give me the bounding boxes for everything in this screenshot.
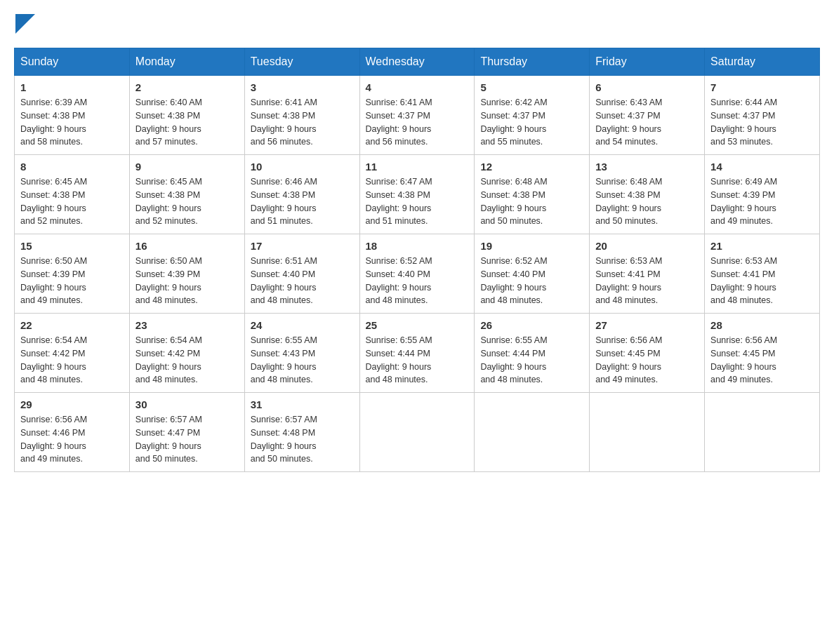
day-info: Sunrise: 6:57 AMSunset: 4:48 PMDaylight:… — [251, 413, 354, 466]
day-number: 14 — [710, 161, 814, 173]
calendar-cell: 9 Sunrise: 6:45 AMSunset: 4:38 PMDayligh… — [129, 155, 244, 234]
day-number: 7 — [710, 81, 814, 93]
day-info: Sunrise: 6:51 AMSunset: 4:40 PMDaylight:… — [251, 255, 354, 307]
calendar-week-2: 8 Sunrise: 6:45 AMSunset: 4:38 PMDayligh… — [15, 155, 820, 234]
calendar-cell: 7 Sunrise: 6:44 AMSunset: 4:37 PMDayligh… — [705, 76, 820, 155]
logo-text — [14, 14, 35, 36]
calendar-week-4: 22 Sunrise: 6:54 AMSunset: 4:42 PMDaylig… — [15, 314, 820, 393]
calendar-cell: 27 Sunrise: 6:56 AMSunset: 4:45 PMDaylig… — [590, 314, 705, 393]
calendar-cell: 18 Sunrise: 6:52 AMSunset: 4:40 PMDaylig… — [359, 234, 475, 314]
calendar-cell: 22 Sunrise: 6:54 AMSunset: 4:42 PMDaylig… — [15, 314, 130, 393]
calendar-week-1: 1 Sunrise: 6:39 AMSunset: 4:38 PMDayligh… — [15, 76, 820, 155]
logo — [14, 14, 35, 34]
day-info: Sunrise: 6:41 AMSunset: 4:37 PMDaylight:… — [366, 96, 469, 149]
weekday-sunday: Sunday — [15, 48, 130, 76]
calendar-cell: 4 Sunrise: 6:41 AMSunset: 4:37 PMDayligh… — [359, 76, 475, 155]
day-info: Sunrise: 6:53 AMSunset: 4:41 PMDaylight:… — [595, 255, 699, 307]
day-info: Sunrise: 6:56 AMSunset: 4:45 PMDaylight:… — [595, 334, 699, 387]
calendar-header: SundayMondayTuesdayWednesdayThursdayFrid… — [15, 48, 820, 76]
day-number: 8 — [20, 161, 124, 173]
day-number: 10 — [251, 161, 354, 173]
day-info: Sunrise: 6:50 AMSunset: 4:39 PMDaylight:… — [135, 255, 239, 307]
calendar-week-5: 29 Sunrise: 6:56 AMSunset: 4:46 PMDaylig… — [15, 393, 820, 472]
logo-triangle-icon — [15, 14, 35, 34]
weekday-thursday: Thursday — [475, 48, 590, 76]
day-number: 23 — [135, 319, 239, 331]
weekday-friday: Friday — [590, 48, 705, 76]
calendar-cell: 15 Sunrise: 6:50 AMSunset: 4:39 PMDaylig… — [15, 234, 130, 314]
calendar-cell: 6 Sunrise: 6:43 AMSunset: 4:37 PMDayligh… — [590, 76, 705, 155]
day-info: Sunrise: 6:42 AMSunset: 4:37 PMDaylight:… — [480, 96, 583, 149]
day-info: Sunrise: 6:39 AMSunset: 4:38 PMDaylight:… — [20, 96, 124, 149]
day-info: Sunrise: 6:45 AMSunset: 4:38 PMDaylight:… — [135, 175, 239, 228]
calendar-cell: 24 Sunrise: 6:55 AMSunset: 4:43 PMDaylig… — [244, 314, 359, 393]
day-number: 31 — [251, 398, 354, 410]
day-info: Sunrise: 6:44 AMSunset: 4:37 PMDaylight:… — [710, 96, 814, 149]
day-info: Sunrise: 6:56 AMSunset: 4:45 PMDaylight:… — [710, 334, 814, 387]
day-number: 17 — [251, 240, 354, 252]
calendar-table: SundayMondayTuesdayWednesdayThursdayFrid… — [14, 48, 820, 472]
calendar-cell: 14 Sunrise: 6:49 AMSunset: 4:39 PMDaylig… — [705, 155, 820, 234]
calendar-cell — [475, 393, 590, 472]
day-number: 11 — [366, 161, 469, 173]
day-number: 28 — [710, 319, 814, 331]
calendar-cell: 31 Sunrise: 6:57 AMSunset: 4:48 PMDaylig… — [244, 393, 359, 472]
calendar-cell: 19 Sunrise: 6:52 AMSunset: 4:40 PMDaylig… — [475, 234, 590, 314]
calendar-cell: 12 Sunrise: 6:48 AMSunset: 4:38 PMDaylig… — [475, 155, 590, 234]
calendar-cell — [359, 393, 475, 472]
calendar-cell: 16 Sunrise: 6:50 AMSunset: 4:39 PMDaylig… — [129, 234, 244, 314]
calendar-cell: 23 Sunrise: 6:54 AMSunset: 4:42 PMDaylig… — [129, 314, 244, 393]
day-info: Sunrise: 6:55 AMSunset: 4:44 PMDaylight:… — [480, 334, 583, 387]
calendar-cell: 28 Sunrise: 6:56 AMSunset: 4:45 PMDaylig… — [705, 314, 820, 393]
weekday-tuesday: Tuesday — [244, 48, 359, 76]
day-info: Sunrise: 6:47 AMSunset: 4:38 PMDaylight:… — [366, 175, 469, 228]
calendar-week-3: 15 Sunrise: 6:50 AMSunset: 4:39 PMDaylig… — [15, 234, 820, 314]
day-number: 4 — [366, 81, 469, 93]
day-number: 21 — [710, 240, 814, 252]
day-info: Sunrise: 6:48 AMSunset: 4:38 PMDaylight:… — [595, 175, 699, 228]
day-info: Sunrise: 6:57 AMSunset: 4:47 PMDaylight:… — [135, 413, 239, 466]
calendar-cell: 25 Sunrise: 6:55 AMSunset: 4:44 PMDaylig… — [359, 314, 475, 393]
weekday-wednesday: Wednesday — [359, 48, 475, 76]
day-number: 18 — [366, 240, 469, 252]
calendar-cell — [590, 393, 705, 472]
calendar-cell: 30 Sunrise: 6:57 AMSunset: 4:47 PMDaylig… — [129, 393, 244, 472]
day-info: Sunrise: 6:55 AMSunset: 4:44 PMDaylight:… — [366, 334, 469, 387]
day-number: 9 — [135, 161, 239, 173]
day-info: Sunrise: 6:45 AMSunset: 4:38 PMDaylight:… — [20, 175, 124, 228]
day-number: 26 — [480, 319, 583, 331]
day-info: Sunrise: 6:54 AMSunset: 4:42 PMDaylight:… — [20, 334, 124, 387]
page-header — [14, 14, 820, 34]
calendar-cell: 8 Sunrise: 6:45 AMSunset: 4:38 PMDayligh… — [15, 155, 130, 234]
day-number: 3 — [251, 81, 354, 93]
day-number: 2 — [135, 81, 239, 93]
calendar-cell: 17 Sunrise: 6:51 AMSunset: 4:40 PMDaylig… — [244, 234, 359, 314]
day-info: Sunrise: 6:55 AMSunset: 4:43 PMDaylight:… — [251, 334, 354, 387]
day-info: Sunrise: 6:48 AMSunset: 4:38 PMDaylight:… — [480, 175, 583, 228]
calendar-cell: 3 Sunrise: 6:41 AMSunset: 4:38 PMDayligh… — [244, 76, 359, 155]
day-number: 29 — [20, 398, 124, 410]
calendar-cell: 11 Sunrise: 6:47 AMSunset: 4:38 PMDaylig… — [359, 155, 475, 234]
calendar-cell: 26 Sunrise: 6:55 AMSunset: 4:44 PMDaylig… — [475, 314, 590, 393]
calendar-cell — [705, 393, 820, 472]
day-number: 1 — [20, 81, 124, 93]
day-number: 15 — [20, 240, 124, 252]
day-number: 22 — [20, 319, 124, 331]
day-number: 27 — [595, 319, 699, 331]
weekday-saturday: Saturday — [705, 48, 820, 76]
day-number: 24 — [251, 319, 354, 331]
day-number: 30 — [135, 398, 239, 410]
calendar-cell: 21 Sunrise: 6:53 AMSunset: 4:41 PMDaylig… — [705, 234, 820, 314]
day-info: Sunrise: 6:52 AMSunset: 4:40 PMDaylight:… — [480, 255, 583, 307]
day-number: 19 — [480, 240, 583, 252]
day-info: Sunrise: 6:53 AMSunset: 4:41 PMDaylight:… — [710, 255, 814, 307]
day-number: 16 — [135, 240, 239, 252]
day-number: 5 — [480, 81, 583, 93]
calendar-cell: 5 Sunrise: 6:42 AMSunset: 4:37 PMDayligh… — [475, 76, 590, 155]
calendar-cell: 10 Sunrise: 6:46 AMSunset: 4:38 PMDaylig… — [244, 155, 359, 234]
calendar-cell: 29 Sunrise: 6:56 AMSunset: 4:46 PMDaylig… — [15, 393, 130, 472]
day-number: 13 — [595, 161, 699, 173]
day-info: Sunrise: 6:50 AMSunset: 4:39 PMDaylight:… — [20, 255, 124, 307]
weekday-header-row: SundayMondayTuesdayWednesdayThursdayFrid… — [15, 48, 820, 76]
day-info: Sunrise: 6:46 AMSunset: 4:38 PMDaylight:… — [251, 175, 354, 228]
